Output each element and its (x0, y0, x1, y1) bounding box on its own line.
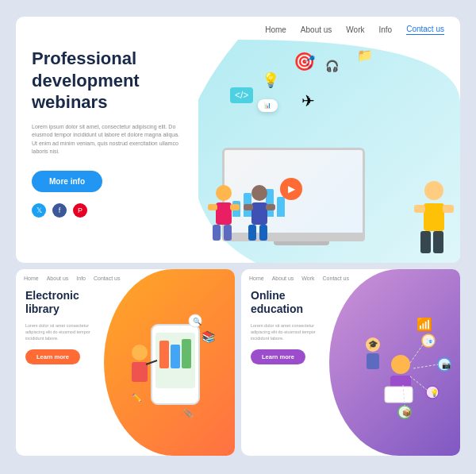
lib-nav-contact[interactable]: Contact us (94, 276, 120, 281)
bulb-icon: 💡 (262, 71, 279, 89)
electronic-library-card: Home About us Info Contact us Electronic… (16, 269, 235, 456)
svg-text:📶: 📶 (416, 317, 432, 332)
page-title: Professional development webinars (32, 48, 182, 114)
lib-nav-home[interactable]: Home (24, 276, 39, 281)
svg-text:✏️: ✏️ (132, 392, 142, 403)
paper-plane-icon: ✈ (301, 91, 315, 110)
svg-text:📎: 📎 (183, 408, 194, 418)
svg-text:🔍: 🔍 (193, 317, 202, 326)
svg-rect-22 (182, 339, 191, 368)
edu-title: Online education (241, 284, 328, 321)
headset-icon: 🎧 (325, 60, 339, 72)
bar-5 (277, 197, 285, 217)
lib-svg: 🔍 📚 ✏️ 📎 (116, 301, 227, 452)
svg-text:📚: 📚 (202, 330, 216, 344)
edu-svg: 📧 📷 💡 📦 📶 🎓 (341, 301, 456, 452)
edu-illustration: 📧 📷 💡 📦 📶 🎓 (341, 301, 456, 452)
svg-rect-7 (251, 202, 267, 225)
svg-rect-3 (224, 225, 232, 241)
lib-nav-about[interactable]: About us (47, 276, 69, 281)
play-button[interactable]: ▶ (280, 178, 302, 200)
svg-rect-17 (443, 205, 454, 213)
svg-rect-20 (159, 341, 169, 368)
facebook-icon[interactable]: f (52, 203, 67, 218)
lib-description: Lorem dolor sit amet consectetur adipisc… (16, 321, 119, 344)
svg-line-44 (413, 364, 438, 368)
svg-point-6 (251, 185, 267, 201)
svg-point-0 (216, 185, 232, 201)
svg-text:📦: 📦 (402, 408, 412, 418)
svg-rect-9 (259, 225, 267, 241)
svg-text:📷: 📷 (442, 360, 451, 370)
svg-text:📧: 📧 (426, 337, 436, 346)
svg-rect-24 (132, 362, 148, 382)
nav-info[interactable]: Info (379, 25, 393, 34)
lib-learn-more-button[interactable]: Learn more (25, 349, 80, 364)
code-tag-icon: </> (230, 87, 253, 103)
lib-nav-info[interactable]: Info (76, 276, 86, 281)
description-text: Lorem ipsum dolor sit amet, consectetur … (32, 123, 182, 156)
lib-title: Electronic library (16, 284, 103, 321)
svg-text:💡: 💡 (430, 388, 440, 398)
lib-illustration: 🔍 📚 ✏️ 📎 (116, 301, 227, 452)
svg-rect-13 (424, 203, 444, 231)
twitter-icon[interactable]: 𝕏 (32, 203, 46, 218)
svg-rect-2 (213, 225, 221, 241)
svg-rect-16 (414, 205, 425, 213)
edu-nav-contact[interactable]: Contact us (323, 276, 349, 281)
pinterest-icon[interactable]: P (73, 203, 87, 218)
social-icons: 𝕏 f P (32, 203, 182, 218)
edu-nav-about[interactable]: About us (272, 276, 294, 281)
online-education-card: Home About us Work Contact us Online edu… (241, 269, 460, 456)
lib-nav: Home About us Info Contact us (16, 269, 235, 284)
top-card: Home About us Work Info Contact us Profe… (16, 17, 460, 263)
folder-icon: 📁 (357, 48, 373, 63)
svg-rect-14 (420, 231, 431, 253)
svg-rect-11 (266, 204, 275, 210)
svg-line-43 (410, 345, 423, 363)
left-section: Professional development webinars Lorem … (16, 40, 198, 263)
svg-rect-48 (367, 353, 379, 369)
nav-home[interactable]: Home (265, 25, 286, 34)
nav-work[interactable]: Work (346, 25, 364, 34)
person-2-figure (242, 183, 278, 247)
bottom-row: Home About us Info Contact us Electronic… (16, 269, 460, 456)
edu-nav-work[interactable]: Work (301, 276, 314, 281)
right-illustration: 🎯 📁 💡 🎧 </> ✈ (198, 40, 460, 263)
person-1-figure (206, 183, 242, 247)
nav-contact[interactable]: Contact us (406, 25, 444, 35)
target-icon: 🎯 (294, 52, 315, 72)
nav-about[interactable]: About us (301, 25, 332, 34)
svg-rect-10 (244, 204, 253, 210)
edu-nav-home[interactable]: Home (249, 276, 264, 281)
svg-point-12 (424, 181, 443, 200)
svg-point-23 (132, 345, 148, 360)
svg-point-31 (391, 355, 410, 374)
svg-rect-1 (216, 202, 232, 225)
laptop-stand (274, 241, 329, 245)
edu-description: Lorem dolor sit amet consectetur adipisc… (241, 321, 344, 344)
speech-bubble: 📊 (258, 99, 278, 112)
edu-nav: Home About us Work Contact us (241, 269, 460, 284)
svg-text:🎓: 🎓 (368, 339, 378, 349)
svg-rect-4 (208, 204, 217, 210)
svg-rect-21 (171, 345, 180, 368)
svg-rect-8 (248, 225, 256, 241)
more-info-button[interactable]: More info (32, 171, 102, 192)
svg-rect-15 (433, 231, 443, 253)
page-wrapper: Home About us Work Info Contact us Profe… (16, 17, 460, 457)
person-3-figure (413, 179, 456, 259)
svg-rect-5 (230, 204, 240, 210)
svg-rect-33 (385, 387, 413, 403)
nav-bar: Home About us Work Info Contact us (16, 17, 460, 40)
edu-learn-more-button[interactable]: Learn more (251, 349, 305, 364)
top-content: Professional development webinars Lorem … (16, 40, 460, 263)
